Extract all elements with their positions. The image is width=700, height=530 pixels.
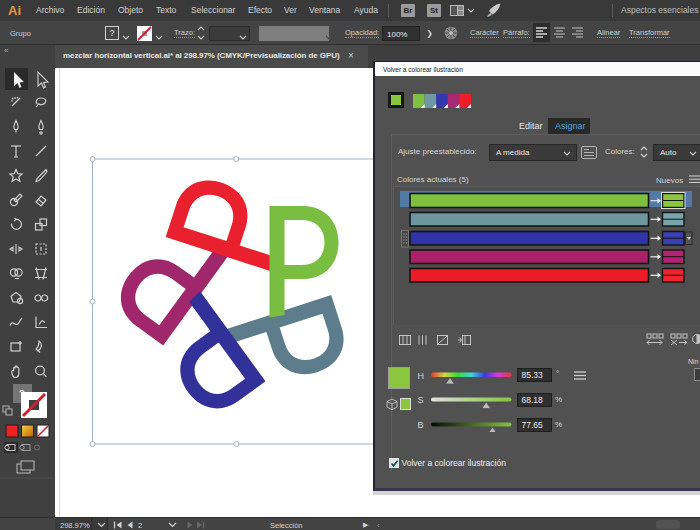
svg-text:«: « xyxy=(4,46,9,55)
